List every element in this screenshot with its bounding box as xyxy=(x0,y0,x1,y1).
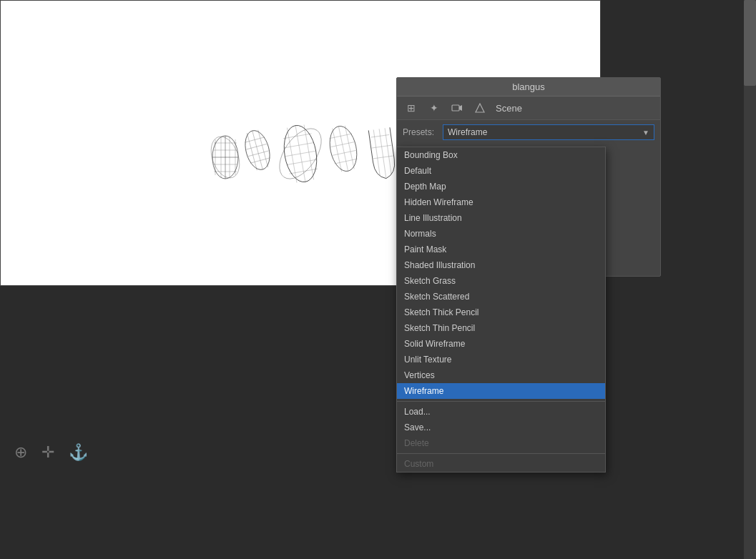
scene-tab-label[interactable]: Scene xyxy=(493,102,525,115)
tab-camera[interactable] xyxy=(447,99,467,117)
presets-label: Presets: xyxy=(403,127,438,137)
action-save[interactable]: Save... xyxy=(397,420,605,435)
preset-paint-mask[interactable]: Paint Mask xyxy=(397,242,605,257)
preset-dropdown-menu[interactable]: Bounding Box Default Depth Map Hidden Wi… xyxy=(396,147,606,473)
tab-object[interactable]: ⊞ xyxy=(401,99,421,117)
preset-hidden-wireframe[interactable]: Hidden Wireframe xyxy=(397,194,605,210)
svg-marker-55 xyxy=(476,104,484,112)
bottom-toolbar: ⊕ ✛ ⚓ xyxy=(14,443,88,462)
move-icon[interactable]: ✛ xyxy=(41,443,54,462)
preset-wireframe[interactable]: Wireframe xyxy=(397,383,605,399)
panel-title: blangus xyxy=(397,78,660,97)
action-load[interactable]: Load... xyxy=(397,404,605,420)
scrollbar-thumb[interactable] xyxy=(744,0,756,86)
preset-unlit-texture[interactable]: Unlit Texture xyxy=(397,352,605,367)
preset-value: Wireframe xyxy=(448,127,487,137)
preset-bounding-box[interactable]: Bounding Box xyxy=(397,147,605,163)
preset-depth-map[interactable]: Depth Map xyxy=(397,179,605,194)
scrollbar-area[interactable] xyxy=(744,0,756,559)
preset-normals[interactable]: Normals xyxy=(397,226,605,242)
preset-shaded-illustration[interactable]: Shaded Illustration xyxy=(397,257,605,273)
preset-solid-wireframe[interactable]: Solid Wireframe xyxy=(397,336,605,352)
preset-sketch-thin-pencil[interactable]: Sketch Thin Pencil xyxy=(397,320,605,336)
dropdown-arrow-icon: ▼ xyxy=(642,129,649,137)
panel-tabs: ⊞ ✦ Scene xyxy=(397,97,660,120)
preset-default[interactable]: Default xyxy=(397,163,605,179)
tab-particles[interactable]: ✦ xyxy=(424,99,444,117)
preset-sketch-thick-pencil[interactable]: Sketch Thick Pencil xyxy=(397,305,605,320)
preset-line-illustration[interactable]: Line Illustration xyxy=(397,210,605,226)
preset-sketch-grass[interactable]: Sketch Grass xyxy=(397,273,605,289)
compass-icon[interactable]: ⊕ xyxy=(14,443,27,462)
section-custom: Custom xyxy=(397,456,605,472)
separator-1 xyxy=(397,401,605,402)
anchor-icon[interactable]: ⚓ xyxy=(69,443,88,462)
tab-render[interactable] xyxy=(470,99,490,117)
preset-sketch-scattered[interactable]: Sketch Scattered xyxy=(397,289,605,305)
svg-rect-53 xyxy=(452,105,459,111)
separator-2 xyxy=(397,453,605,454)
presets-dropdown[interactable]: Wireframe ▼ xyxy=(443,124,654,140)
action-delete[interactable]: Delete xyxy=(397,435,605,451)
preset-vertices[interactable]: Vertices xyxy=(397,367,605,383)
presets-row: Presets: Wireframe ▼ xyxy=(397,120,660,144)
